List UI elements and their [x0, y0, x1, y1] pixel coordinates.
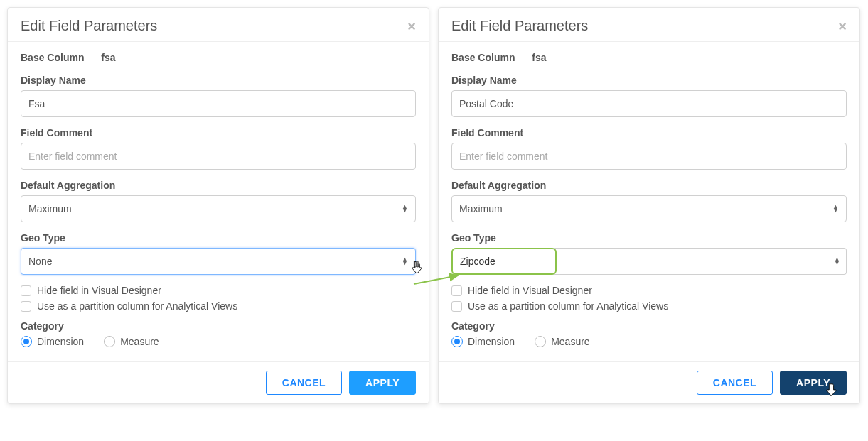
default-aggregation-select[interactable]: Maximum ▲▼ [451, 195, 847, 222]
hide-field-checkbox-row[interactable]: Hide field in Visual Designer [21, 285, 416, 296]
geo-type-highlight: Zipcode [451, 248, 557, 275]
radio-measure[interactable]: Measure [104, 336, 159, 347]
checkbox-icon [21, 285, 31, 296]
hide-field-label: Hide field in Visual Designer [468, 285, 592, 296]
geo-type-select[interactable]: None ▲▼ [21, 248, 416, 275]
radio-dimension-label: Dimension [468, 336, 515, 347]
radio-measure[interactable]: Measure [535, 336, 589, 347]
base-column-value: fsa [101, 52, 115, 63]
partition-label: Use as a partition column for Analytical… [37, 300, 237, 312]
geo-type-select[interactable]: Zipcode ▲▼ [451, 248, 847, 275]
radio-dimension[interactable]: Dimension [451, 336, 515, 347]
radio-icon [21, 336, 32, 347]
default-aggregation-select[interactable]: Maximum ▲▼ [21, 195, 416, 222]
field-comment-input[interactable] [451, 143, 847, 170]
hide-field-checkbox-row[interactable]: Hide field in Visual Designer [451, 285, 847, 296]
category-label: Category [451, 320, 847, 332]
field-comment-input[interactable] [21, 143, 416, 170]
default-aggregation-label: Default Aggregation [21, 180, 416, 191]
default-aggregation-label: Default Aggregation [451, 180, 847, 191]
display-name-input[interactable] [451, 90, 847, 117]
partition-label: Use as a partition column for Analytical… [468, 300, 668, 312]
radio-dimension-label: Dimension [37, 336, 84, 347]
checkbox-icon [21, 301, 31, 312]
field-comment-label: Field Comment [21, 127, 416, 138]
default-aggregation-value: Maximum [459, 203, 503, 214]
geo-type-value: Zipcode [460, 256, 495, 267]
hide-field-label: Hide field in Visual Designer [37, 285, 161, 296]
cancel-button[interactable]: CANCEL [266, 371, 342, 395]
radio-dimension[interactable]: Dimension [21, 336, 84, 347]
base-column-row: Base Column fsa [451, 52, 847, 63]
sort-icon: ▲▼ [402, 205, 408, 212]
sort-icon: ▲▼ [832, 205, 839, 212]
partition-checkbox-row[interactable]: Use as a partition column for Analytical… [21, 300, 416, 312]
close-icon[interactable]: × [838, 19, 847, 33]
checkbox-icon [451, 285, 462, 296]
apply-button[interactable]: APPLY [349, 371, 416, 395]
default-aggregation-value: Maximum [28, 203, 72, 214]
modal-header: Edit Field Parameters × [439, 8, 859, 42]
geo-type-label: Geo Type [451, 232, 847, 244]
display-name-label: Display Name [451, 75, 847, 86]
geo-type-label: Geo Type [21, 232, 416, 244]
base-column-label: Base Column [451, 52, 515, 63]
display-name-input[interactable] [21, 90, 416, 117]
cancel-button[interactable]: CANCEL [697, 371, 773, 395]
sort-icon: ▲▼ [834, 258, 840, 265]
radio-icon [104, 336, 115, 347]
base-column-label: Base Column [21, 52, 84, 63]
base-column-row: Base Column fsa [21, 52, 416, 63]
base-column-value: fsa [532, 52, 546, 63]
radio-icon [451, 336, 463, 347]
geo-type-value: None [28, 256, 52, 267]
modal-title: Edit Field Parameters [451, 18, 588, 34]
checkbox-icon [451, 301, 462, 312]
modal-title: Edit Field Parameters [21, 18, 157, 34]
edit-field-modal-after: Edit Field Parameters × Base Column fsa … [438, 7, 860, 404]
sort-icon: ▲▼ [402, 258, 408, 265]
radio-icon [535, 336, 546, 347]
radio-measure-label: Measure [551, 336, 589, 347]
modal-header: Edit Field Parameters × [8, 8, 429, 42]
edit-field-modal-before: Edit Field Parameters × Base Column fsa … [7, 7, 429, 404]
partition-checkbox-row[interactable]: Use as a partition column for Analytical… [451, 300, 847, 312]
category-label: Category [21, 320, 416, 332]
close-icon[interactable]: × [407, 19, 416, 33]
display-name-label: Display Name [21, 75, 416, 86]
apply-button[interactable]: APPLY [780, 371, 847, 395]
field-comment-label: Field Comment [451, 127, 847, 138]
radio-measure-label: Measure [120, 336, 159, 347]
